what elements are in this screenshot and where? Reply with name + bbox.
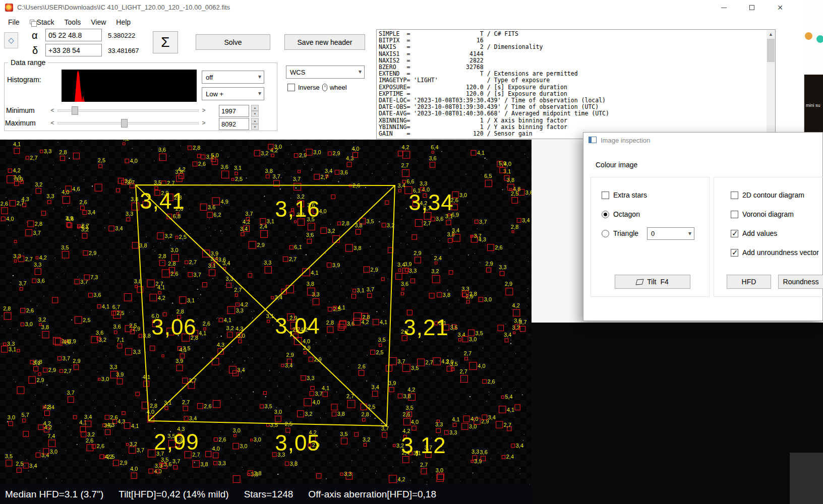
octagon-option[interactable]: Octagon (602, 210, 640, 218)
dialog-titlebar[interactable]: Image inspection (583, 133, 822, 148)
titlebar: C:\Users\USER\Downloads\IC 410_LIGHT_120… (0, 0, 803, 15)
sigma-button[interactable]: Σ (153, 31, 178, 53)
menu-help[interactable]: Help (111, 16, 136, 28)
maximum-slider-track[interactable] (57, 122, 199, 124)
minimum-spinner[interactable]: ▲ ▼ (251, 105, 259, 117)
dec-decimal-value: 33.481667 (108, 47, 139, 54)
menu-stack[interactable]: Stack (25, 16, 60, 28)
stretch-select[interactable]: off▾ (202, 71, 264, 84)
contour-diagram-option[interactable]: 2D contour diagram (731, 191, 804, 199)
image-inspection-dialog: Image inspection Colour image Extra star… (583, 132, 823, 321)
count-select[interactable]: 0▾ (647, 227, 694, 240)
close-icon: × (778, 3, 783, 12)
minimum-slider-right-arrow[interactable]: > (200, 106, 208, 115)
add-values-option[interactable]: Add values (731, 229, 777, 237)
spinner-down-icon[interactable]: ▼ (251, 124, 259, 130)
delta-symbol: δ (32, 45, 38, 56)
extra-stars-checkbox[interactable] (602, 192, 609, 199)
background-dark-window (532, 323, 823, 504)
dec-input[interactable] (45, 44, 102, 56)
chevron-down-icon: ▾ (359, 68, 362, 75)
maximum-slider-left-arrow[interactable]: < (48, 118, 56, 128)
add-values-checkbox[interactable] (731, 230, 738, 237)
starfield-canvas[interactable] (0, 140, 532, 485)
background-thumbnail-label: mini su (806, 103, 820, 108)
hfd-button[interactable]: HFD (727, 275, 771, 289)
inverse-wheel-option[interactable]: Inverse wheel (287, 84, 347, 91)
contour-checkbox[interactable] (731, 192, 738, 199)
roundness-button[interactable]: Roundness (778, 275, 823, 289)
minimum-slider-left-arrow[interactable]: < (48, 106, 56, 115)
scroll-up-icon[interactable]: ▲ (767, 30, 775, 38)
ra-input[interactable] (45, 29, 102, 41)
status-offaxis: Off-axis aberration[HFD]=0,18 (308, 489, 436, 500)
range-preset-select[interactable]: Low +▾ (202, 87, 264, 100)
tilt-button[interactable]: Tilt F4 (615, 275, 690, 289)
scrollbar-thumb[interactable] (767, 39, 775, 62)
histogram-label: Histogram: (7, 76, 41, 84)
status-bar: Median HFD=3.1 (3.7") Tilt[HFD]=0,42 (14… (0, 485, 532, 504)
minimum-label: Minimum (6, 106, 35, 114)
minimize-button[interactable] (712, 0, 735, 15)
chevron-down-icon: ▾ (688, 230, 691, 237)
maximum-slider-right-arrow[interactable]: > (200, 118, 208, 128)
maximize-icon (749, 5, 754, 10)
spinner-down-icon[interactable]: ▼ (251, 111, 259, 117)
spinner-up-icon[interactable]: ▲ (251, 105, 259, 111)
fits-header-text: SIMPLE = T / C# FITSBITPIX = 16NAXIS = 2… (379, 31, 765, 138)
window-title: C:\Users\USER\Downloads\IC 410_LIGHT_120… (17, 4, 230, 11)
menu-file[interactable]: File (3, 16, 25, 28)
navigation-button[interactable]: ◇ (4, 32, 18, 48)
voronoi-checkbox[interactable] (731, 211, 738, 218)
dialog-icon (589, 137, 597, 143)
dialog-title: Image inspection (601, 137, 650, 144)
status-tilt: Tilt[HFD]=0,42 (14% mild) (119, 489, 228, 500)
solve-button[interactable]: Solve (196, 34, 270, 50)
menu-view[interactable]: View (86, 16, 111, 28)
add-unroundness-option[interactable]: Add unroundness vector (731, 248, 819, 257)
minimum-slider-thumb[interactable] (72, 106, 78, 115)
fits-header-line: EXPOSURE= 120.0 / [s] Exposure duration (379, 84, 765, 91)
maximum-spinner[interactable]: ▲ ▼ (251, 118, 259, 130)
menu-tools[interactable]: Tools (60, 16, 86, 28)
maximum-label: Maximum (5, 119, 36, 127)
histogram-svg (62, 70, 197, 102)
status-stars: Stars=1248 (244, 489, 293, 500)
chevron-down-icon: ▾ (258, 90, 261, 97)
voronoi-diagram-option[interactable]: Voronoi diagram (731, 210, 794, 218)
histogram-plot[interactable] (62, 70, 197, 102)
wcs-select[interactable]: WCS▾ (286, 66, 365, 79)
save-new-header-button[interactable]: Save new header (284, 34, 365, 50)
background-corner-patch (790, 453, 823, 504)
extra-stars-option[interactable]: Extra stars (602, 191, 647, 199)
spinner-up-icon[interactable]: ▲ (251, 118, 259, 124)
colour-image-label: Colour image (596, 161, 637, 169)
screen: mini su C:\Users\USER\Downloads\IC 410_L… (0, 0, 823, 504)
triangle-option[interactable]: Triangle (602, 229, 638, 237)
fits-header-line: NAXIS1 = 4144 (379, 51, 765, 57)
minimum-value-input[interactable] (219, 105, 249, 117)
maximum-slider-thumb[interactable] (121, 119, 128, 128)
ra-decimal-value: 5.380222 (108, 32, 135, 39)
data-range-label: Data range (8, 58, 48, 67)
maximize-button[interactable] (740, 0, 763, 15)
fits-scrollbar[interactable]: ▲ ▼ (767, 30, 775, 139)
octagon-radio[interactable] (602, 211, 609, 218)
status-median-hfd: Median HFD=3.1 (3.7") (5, 489, 103, 500)
add-unroundness-checkbox[interactable] (731, 249, 738, 257)
fits-header-line: DATE-AVG= '2023-10-08T01:40:30.668' / Av… (379, 110, 765, 117)
menubar: File Stack Tools View Help (0, 15, 803, 29)
background-thumbnail[interactable]: mini su (804, 75, 823, 136)
app-icon (5, 4, 13, 12)
triangle-radio[interactable] (602, 230, 609, 237)
inverse-wheel-checkbox[interactable] (287, 84, 295, 91)
chevron-down-icon: ▾ (258, 73, 261, 80)
minimum-slider-track[interactable] (57, 109, 199, 112)
maximum-value-input[interactable] (219, 118, 249, 130)
close-button[interactable]: × (769, 0, 792, 15)
tilt-icon (636, 279, 644, 285)
taskbar-green-icon[interactable] (816, 35, 823, 43)
taskbar-orange-icon[interactable] (805, 32, 812, 40)
image-viewport[interactable]: 3,413,163,343,063,043,212,993,053,12 (0, 140, 532, 485)
fits-header-line: NAXIS = 2 / Dimensionality (379, 44, 765, 50)
